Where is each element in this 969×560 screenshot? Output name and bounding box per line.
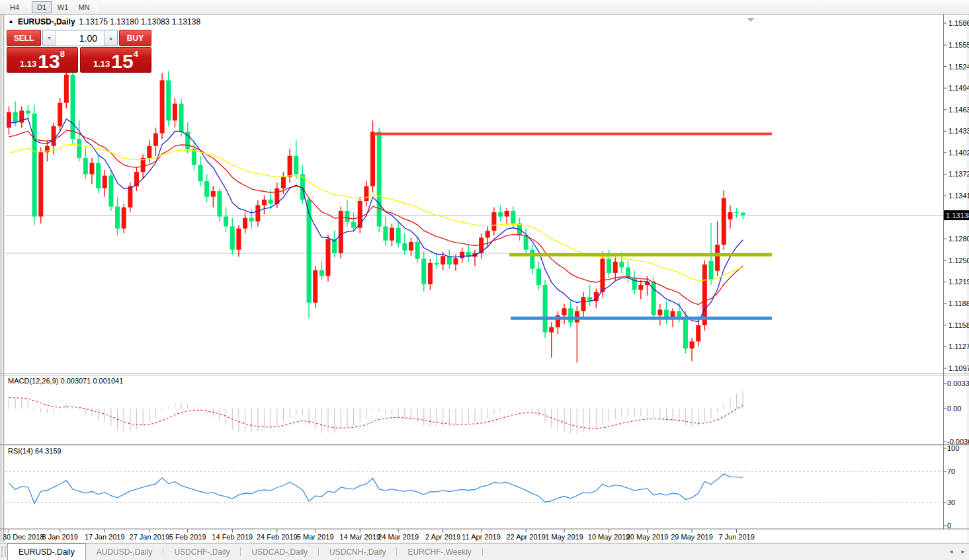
candlestick xyxy=(619,262,624,268)
candlestick xyxy=(370,132,375,186)
candlestick xyxy=(613,262,618,273)
rsi-indicator-label: RSI(14) 64.3159 xyxy=(8,447,62,455)
candlestick xyxy=(38,152,43,216)
candlestick xyxy=(377,132,382,226)
timeframe-button-w1[interactable]: W1 xyxy=(53,1,73,13)
price-axis-label: 1.14635 xyxy=(948,106,969,114)
candlestick xyxy=(524,235,528,249)
candlestick xyxy=(96,163,101,188)
buy-price-point: 4 xyxy=(134,49,138,59)
candlestick xyxy=(351,222,356,228)
candlestick xyxy=(638,285,643,290)
price-axis-label: 1.12195 xyxy=(948,278,969,286)
time-axis-label: 24 Mar 2019 xyxy=(378,533,419,541)
timeframe-button-d1[interactable]: D1 xyxy=(32,1,52,13)
buy-price-prefix: 1.13 xyxy=(93,59,110,69)
tab-audusd-daily[interactable]: AUDUSD-,Daily xyxy=(86,543,163,560)
price-axis-label: 1.13720 xyxy=(948,170,969,178)
price-axis-label: 1.11580 xyxy=(948,321,969,329)
candlestick xyxy=(677,311,681,317)
candlestick xyxy=(441,256,445,264)
candlestick xyxy=(198,165,203,182)
price-axis-label: 1.15550 xyxy=(948,41,969,49)
price-axis-label: 1.15860 xyxy=(948,19,969,27)
candlestick xyxy=(549,327,554,332)
tab-scroll-left-icon[interactable]: ◄ xyxy=(945,543,957,560)
price-axis-label: 1.12805 xyxy=(948,235,969,243)
time-axis-label: 1 May 2019 xyxy=(545,533,583,541)
chart-background xyxy=(5,15,943,530)
candlestick xyxy=(319,270,324,276)
candlestick xyxy=(7,112,11,128)
toolbar-separator xyxy=(28,2,28,13)
tab-eurchf-weekly[interactable]: EURCHF-,Weekly xyxy=(397,543,482,560)
candlestick xyxy=(722,198,726,245)
volume-stepper: ▼ 1.00 ▲ xyxy=(42,30,118,46)
candlestick xyxy=(734,212,739,213)
candlestick xyxy=(262,200,267,206)
candlestick xyxy=(224,216,228,226)
volume-input[interactable]: 1.00 xyxy=(56,30,104,46)
current-price-tag-label: 1.13138 xyxy=(946,212,969,220)
candlestick xyxy=(505,211,509,217)
candlestick xyxy=(402,243,407,251)
candlestick xyxy=(128,186,132,208)
candlestick xyxy=(249,218,254,221)
candlestick xyxy=(447,256,452,264)
candlestick xyxy=(511,211,515,223)
collapse-panel-icon[interactable]: ▲ xyxy=(8,18,14,24)
chart-title: ▲ EURUSD-,Daily 1.13175 1.13180 1.13083 … xyxy=(8,17,200,26)
chart-symbol-label: EURUSD-,Daily xyxy=(18,17,75,26)
tab-usdchf-daily[interactable]: USDCHF-,Daily xyxy=(163,543,240,560)
candlestick xyxy=(269,200,273,204)
buy-button[interactable]: BUY xyxy=(119,30,151,46)
chart-ohlc-values: 1.13175 1.13180 1.13083 1.13138 xyxy=(79,17,201,26)
time-axis-label: 17 Jan 2019 xyxy=(85,533,125,541)
candlestick xyxy=(52,126,56,146)
candlestick xyxy=(396,228,401,243)
candlestick xyxy=(657,309,662,315)
price-axis-label: 1.11885 xyxy=(948,300,969,307)
timeframe-button-mn[interactable]: MN xyxy=(74,1,94,13)
candlestick xyxy=(626,267,630,278)
candlestick xyxy=(460,252,464,259)
candlestick xyxy=(326,239,331,276)
tab-eurusd-daily[interactable]: EURUSD-,Daily xyxy=(7,543,86,560)
candlestick xyxy=(562,308,567,315)
time-axis-label: 7 Jun 2019 xyxy=(718,533,754,541)
volume-increase-icon[interactable]: ▲ xyxy=(104,30,117,46)
tab-scroll-right-icon[interactable]: ► xyxy=(957,543,969,560)
chart-canvas: 1.158601.155501.152451.149401.146351.143… xyxy=(0,0,969,560)
volume-decrease-icon[interactable]: ▼ xyxy=(43,30,56,46)
candlestick xyxy=(536,268,541,285)
candlestick xyxy=(600,259,605,292)
sell-price-point: 8 xyxy=(60,49,65,59)
candlestick xyxy=(89,163,94,174)
tab-usdcad-daily[interactable]: USDCAD-,Daily xyxy=(241,543,318,560)
buy-price-pips: 15 xyxy=(111,53,133,70)
rsi-axis-label: 0 xyxy=(947,522,951,530)
sell-price-panel[interactable]: 1.13 13 8 xyxy=(7,47,78,73)
time-axis-label: 14 Mar 2019 xyxy=(339,533,380,541)
candlestick xyxy=(281,177,286,188)
candlestick xyxy=(204,181,209,196)
candlestick xyxy=(709,261,714,280)
time-axis-label: 8 Jan 2019 xyxy=(42,533,77,541)
sell-price-pips: 13 xyxy=(38,53,60,70)
tab-usdcnh-daily[interactable]: USDCNH-,Daily xyxy=(319,543,396,560)
candlestick xyxy=(236,229,241,250)
candlestick xyxy=(409,242,413,251)
candlestick xyxy=(485,231,490,238)
time-axis-label: 2 Apr 2019 xyxy=(425,533,460,541)
sell-button[interactable]: SELL xyxy=(7,30,41,46)
candlestick xyxy=(179,104,184,132)
rsi-axis-label: 30 xyxy=(947,499,955,506)
symbol-tab-bar: EURUSD-,Daily AUDUSD-,Daily USDCHF-,Dail… xyxy=(0,543,969,560)
macd-axis-label: 0.003392 xyxy=(947,380,969,387)
candlestick xyxy=(83,158,88,175)
buy-price-panel[interactable]: 1.13 15 4 xyxy=(80,47,151,73)
price-axis-label: 1.11275 xyxy=(948,342,969,350)
candlestick xyxy=(313,270,317,303)
timeframe-button-h4[interactable]: H4 xyxy=(5,1,24,13)
price-axis-label: 1.13415 xyxy=(948,192,969,200)
